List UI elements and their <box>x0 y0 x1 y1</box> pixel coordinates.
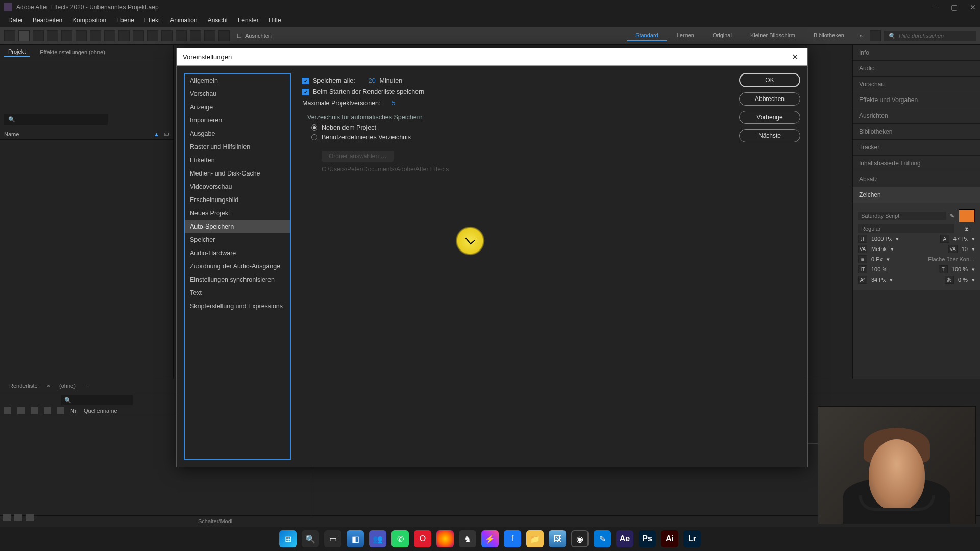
cursor-highlight-icon <box>455 226 485 256</box>
preferences-content: ✓ Speichern alle: 20 Minuten ✓ Beim Star… <box>298 73 732 460</box>
taskbar-obs-icon[interactable]: ◉ <box>571 530 589 547</box>
windows-taskbar: ⊞🔍▭◧👥✆O♞⚡f📁🖼◉✎AePsAiLr <box>0 527 980 551</box>
pref-category-erscheinungsbild[interactable]: Erscheinungsbild <box>185 193 290 207</box>
taskbar-messenger-icon[interactable]: ⚡ <box>481 530 499 547</box>
checkbox-save-on-render[interactable]: ✓ <box>302 89 309 95</box>
taskbar-teams-icon[interactable]: 👥 <box>369 530 386 547</box>
dialog-close-icon[interactable]: ✕ <box>789 52 801 62</box>
preferences-category-list: AllgemeinVorschauAnzeigeImportierenAusga… <box>184 73 291 460</box>
taskbar-file-explorer-icon[interactable]: 📁 <box>526 530 544 547</box>
save-every-unit: Minuten <box>380 77 402 84</box>
save-on-render-label: Beim Starten der Renderliste speichern <box>313 88 424 95</box>
webcam-overlay <box>818 406 976 524</box>
dialog-title: Voreinstellungen <box>183 53 232 61</box>
cancel-button[interactable]: Abbrechen <box>739 92 800 106</box>
pref-category-auto-speichern[interactable]: Auto-Speichern <box>185 220 290 233</box>
pref-category-videovorschau[interactable]: Videovorschau <box>185 180 290 193</box>
next-button[interactable]: Nächste <box>739 129 800 142</box>
autosave-path: C:\Users\Peter\Documents\Adobe\After Eff… <box>322 166 728 173</box>
taskbar-app-generic-1-icon[interactable]: ♞ <box>459 530 476 547</box>
pref-category-speicher[interactable]: Speicher <box>185 233 290 246</box>
taskbar-task-view-icon[interactable]: ▭ <box>324 530 341 547</box>
pref-category-anzeige[interactable]: Anzeige <box>185 101 290 114</box>
previous-button[interactable]: Vorherige <box>739 111 800 124</box>
ok-button[interactable]: OK <box>739 73 800 87</box>
max-versions-value[interactable]: 5 <box>392 99 396 107</box>
pref-category-allgemein[interactable]: Allgemein <box>185 74 290 87</box>
taskbar-photoshop-icon[interactable]: Ps <box>639 530 656 547</box>
pref-category-etiketten[interactable]: Etiketten <box>185 154 290 167</box>
taskbar-facebook-icon[interactable]: f <box>504 530 521 547</box>
pref-category-zuordnung-der-audio-ausgänge[interactable]: Zuordnung der Audio-Ausgänge <box>185 260 290 273</box>
taskbar-after-effects-icon[interactable]: Ae <box>616 530 633 547</box>
pref-category-vorschau[interactable]: Vorschau <box>185 87 290 101</box>
pref-category-audio-hardware[interactable]: Audio-Hardware <box>185 246 290 260</box>
pref-category-text[interactable]: Text <box>185 286 290 299</box>
radio-custom-directory[interactable] <box>311 134 317 140</box>
taskbar-search-icon[interactable]: 🔍 <box>302 530 319 547</box>
pref-category-skripterstellung-und-expressions[interactable]: Skripterstellung und Expressions <box>185 299 290 313</box>
toggle-parent-icon[interactable] <box>26 514 34 521</box>
taskbar-windows-start-icon[interactable]: ⊞ <box>279 530 297 547</box>
toggle-modes-icon[interactable] <box>14 514 22 521</box>
taskbar-whatsapp-icon[interactable]: ✆ <box>391 530 409 547</box>
pref-category-ausgabe[interactable]: Ausgabe <box>185 127 290 140</box>
taskbar-firefox-icon[interactable] <box>436 530 454 547</box>
autosave-directory-group-label: Verzeichnis für automatisches Speichern <box>307 114 728 121</box>
preferences-dialog: Voreinstellungen ✕ AllgemeinVorschauAnze… <box>176 48 808 467</box>
taskbar-lightroom-icon[interactable]: Lr <box>683 530 701 547</box>
checkbox-save-every[interactable]: ✓ <box>302 78 309 84</box>
pref-category-importieren[interactable]: Importieren <box>185 114 290 127</box>
toggle-switches-icon[interactable] <box>3 514 11 521</box>
pref-category-medien-und-disk-cache[interactable]: Medien- und Disk-Cache <box>185 167 290 180</box>
taskbar-opera-icon[interactable]: O <box>414 530 431 547</box>
taskbar-photos-icon[interactable]: 🖼 <box>549 530 566 547</box>
max-versions-label: Maximale Projektversionen: <box>302 99 381 107</box>
taskbar-widgets-icon[interactable]: ◧ <box>347 530 364 547</box>
pref-category-neues-projekt[interactable]: Neues Projekt <box>185 207 290 220</box>
pref-category-raster-und-hilfslinien[interactable]: Raster und Hilfslinien <box>185 140 290 154</box>
timeline-footer-icons <box>3 514 34 524</box>
radio-next-to-project[interactable] <box>311 124 317 131</box>
save-every-label: Speichern alle: <box>313 77 355 84</box>
save-every-value[interactable]: 20 <box>369 77 376 84</box>
radio-custom-directory-label: Benutzerdefiniertes Verzeichnis <box>322 134 411 141</box>
choose-folder-button: Ordner auswählen … <box>322 151 394 162</box>
pref-category-einstellungen-synchronisieren[interactable]: Einstellungen synchronisieren <box>185 273 290 286</box>
taskbar-app-generic-2-icon[interactable]: ✎ <box>594 530 611 547</box>
taskbar-illustrator-icon[interactable]: Ai <box>661 530 678 547</box>
radio-next-to-project-label: Neben dem Project <box>322 124 376 131</box>
